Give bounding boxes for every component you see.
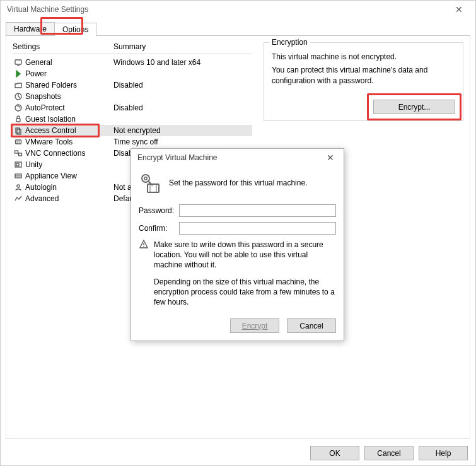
vmware-tools-icon: vm: [13, 137, 24, 147]
svg-rect-13: [19, 153, 22, 156]
general-icon: [13, 57, 24, 67]
titlebar: Virtual Machine Settings ✕: [1, 1, 475, 18]
svg-rect-7: [16, 119, 20, 122]
tab-hardware[interactable]: Hardware: [6, 22, 55, 35]
settings-row-label: Advanced: [25, 194, 113, 203]
help-button[interactable]: Help: [419, 446, 468, 460]
settings-row-power[interactable]: Power: [13, 68, 252, 79]
settings-row-access-control[interactable]: Access ControlNot encrypted: [13, 125, 252, 136]
encrypt-dialog-cancel-button[interactable]: Cancel: [287, 318, 336, 333]
settings-row-label: Access Control: [25, 126, 113, 135]
encrypt-dialog-note: Depending on the size of this virtual ma…: [154, 277, 336, 308]
settings-row-summary: Disabled: [113, 81, 252, 90]
settings-row-summary: Disabled: [113, 103, 252, 112]
svg-point-19: [17, 185, 20, 187]
svg-marker-2: [16, 71, 20, 77]
window-title: Virtual Machine Settings: [7, 5, 88, 14]
encryption-legend: Encryption: [269, 38, 310, 47]
settings-row-label: VNC Connections: [25, 149, 113, 158]
svg-rect-9: [17, 129, 21, 134]
settings-row-guest-isolation[interactable]: Guest Isolation: [13, 114, 252, 125]
encrypt-dialog-title: Encrypt Virtual Machine: [137, 153, 218, 162]
close-icon[interactable]: ✕: [446, 1, 472, 18]
ok-button[interactable]: OK: [310, 446, 359, 460]
svg-rect-0: [15, 60, 21, 64]
encrypt-dialog: Encrypt Virtual Machine ✕ Set the passwo…: [131, 148, 344, 341]
settings-row-label: Autologin: [25, 183, 113, 192]
encrypt-button[interactable]: Encrypt...: [373, 100, 455, 114]
encrypt-dialog-encrypt-button: Encrypt: [230, 318, 279, 333]
svg-point-21: [144, 177, 147, 180]
svg-text:vm: vm: [16, 140, 21, 144]
key-icon: [139, 172, 161, 194]
settings-row-snapshots[interactable]: Snapshots: [13, 91, 252, 102]
settings-row-label: General: [25, 58, 113, 67]
heading-settings: Settings: [13, 42, 113, 51]
autologin-icon: [13, 182, 24, 192]
settings-row-summary: Not encrypted: [113, 126, 252, 135]
password-input[interactable]: [179, 204, 336, 217]
settings-row-label: Unity: [25, 160, 113, 169]
settings-row-label: Shared Folders: [25, 81, 113, 90]
autoprotect-icon: [13, 103, 24, 113]
svg-point-27: [143, 246, 144, 247]
settings-row-label: Appliance View: [25, 172, 113, 180]
svg-rect-24: [150, 184, 156, 192]
vnc-connections-icon: [13, 148, 24, 158]
encryption-groupbox: Encryption This virtual machine is not e…: [264, 42, 463, 121]
access-control-icon: [13, 125, 24, 136]
guest-isolation-icon: [13, 114, 24, 124]
cancel-button[interactable]: Cancel: [364, 446, 414, 460]
encryption-hint: You can protect this virtual machine's d…: [272, 65, 455, 86]
settings-row-label: VMware Tools: [25, 137, 113, 146]
confirm-input[interactable]: [179, 222, 336, 235]
shared-folders-icon: [13, 80, 24, 90]
settings-row-shared-folders[interactable]: Shared FoldersDisabled: [13, 79, 252, 91]
confirm-label: Confirm:: [139, 224, 179, 233]
encrypt-dialog-intro: Set the password for this virtual machin…: [169, 178, 307, 187]
password-label: Password:: [139, 206, 179, 215]
settings-row-vmware-tools[interactable]: vmVMware ToolsTime sync off: [13, 136, 252, 148]
encrypt-dialog-warning: Make sure to write down this password in…: [154, 240, 336, 271]
heading-summary: Summary: [113, 42, 252, 51]
advanced-icon: [13, 194, 24, 204]
power-icon: [13, 69, 24, 79]
encrypt-button-wrapper: Encrypt...: [373, 100, 455, 114]
tab-options[interactable]: Options: [54, 23, 96, 36]
settings-row-label: Guest Isolation: [25, 115, 113, 124]
tabs: Hardware Options: [6, 21, 470, 36]
svg-line-14: [18, 152, 19, 154]
svg-rect-23: [148, 184, 159, 192]
settings-row-summary: Windows 10 and later x64: [113, 58, 252, 67]
settings-row-label: Snapshots: [25, 92, 113, 101]
settings-row-summary: Time sync off: [113, 137, 252, 146]
appliance-view-icon: [13, 171, 24, 181]
svg-rect-16: [16, 163, 19, 166]
svg-rect-8: [16, 128, 20, 133]
encryption-status: This virtual machine is not encrypted.: [272, 52, 455, 62]
unity-icon: [13, 160, 24, 170]
snapshots-icon: [13, 91, 24, 102]
warning-icon: [139, 240, 149, 271]
settings-list-heading: Settings Summary: [13, 42, 252, 54]
svg-rect-12: [15, 151, 18, 153]
encrypt-dialog-titlebar: Encrypt Virtual Machine ✕: [131, 149, 344, 166]
footer-buttons: OK Cancel Help: [310, 446, 468, 460]
settings-row-label: Power: [25, 69, 113, 78]
settings-row-general[interactable]: GeneralWindows 10 and later x64: [13, 57, 252, 68]
encrypt-dialog-close-icon[interactable]: ✕: [321, 153, 340, 163]
svg-line-5: [18, 96, 20, 98]
settings-row-autoprotect[interactable]: AutoProtectDisabled: [13, 102, 252, 114]
settings-row-label: AutoProtect: [25, 103, 113, 112]
